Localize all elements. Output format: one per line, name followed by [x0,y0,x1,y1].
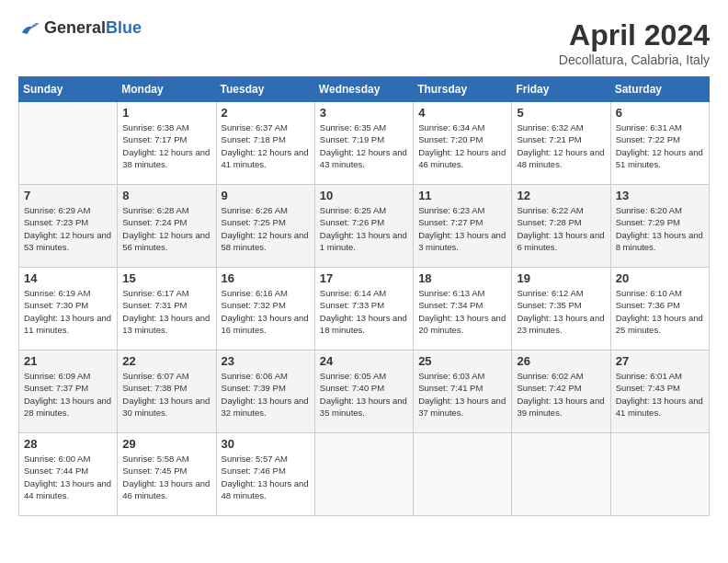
calendar-header-row: SundayMondayTuesdayWednesdayThursdayFrid… [19,77,710,102]
day-number: 2 [222,106,310,120]
calendar-cell [414,433,512,516]
day-info: Sunrise: 6:01 AMSunset: 7:43 PMDaylight:… [616,370,704,419]
calendar-cell: 1Sunrise: 6:38 AMSunset: 7:17 PMDaylight… [118,102,216,185]
calendar-cell [314,433,413,516]
day-number: 30 [222,437,310,451]
day-number: 23 [222,354,310,368]
day-info: Sunrise: 6:05 AMSunset: 7:40 PMDaylight:… [320,370,408,419]
location: Decollatura, Calabria, Italy [559,52,710,67]
day-number: 8 [122,189,210,202]
day-info: Sunrise: 6:13 AMSunset: 7:34 PMDaylight:… [418,287,506,336]
day-number: 10 [320,189,408,202]
day-info: Sunrise: 6:00 AMSunset: 7:44 PMDaylight:… [24,453,112,501]
weekday-header-tuesday: Tuesday [216,77,314,102]
day-number: 4 [418,106,506,120]
day-info: Sunrise: 6:34 AMSunset: 7:20 PMDaylight:… [418,121,506,170]
day-info: Sunrise: 6:02 AMSunset: 7:42 PMDaylight:… [517,370,605,419]
calendar-cell: 29Sunrise: 5:58 AMSunset: 7:45 PMDayligh… [118,433,216,516]
day-number: 20 [616,271,704,285]
day-number: 18 [418,271,506,285]
calendar-table: SundayMondayTuesdayWednesdayThursdayFrid… [18,76,710,516]
logo-blue: Blue [106,18,142,37]
calendar-cell: 27Sunrise: 6:01 AMSunset: 7:43 PMDayligh… [610,350,709,433]
day-number: 15 [122,271,210,285]
calendar-cell: 14Sunrise: 6:19 AMSunset: 7:30 PMDayligh… [19,268,118,350]
day-number: 6 [616,106,704,120]
calendar-cell [512,433,610,516]
day-number: 13 [616,189,704,202]
calendar-cell: 2Sunrise: 6:37 AMSunset: 7:18 PMDaylight… [216,102,314,185]
calendar-week-5: 28Sunrise: 6:00 AMSunset: 7:44 PMDayligh… [19,433,710,516]
day-info: Sunrise: 5:57 AMSunset: 7:46 PMDaylight:… [222,453,310,501]
calendar-week-3: 14Sunrise: 6:19 AMSunset: 7:30 PMDayligh… [19,268,710,350]
day-number: 14 [24,271,112,285]
month-title: April 2024 [559,18,710,52]
weekday-header-saturday: Saturday [610,77,709,102]
day-info: Sunrise: 6:28 AMSunset: 7:24 PMDaylight:… [122,204,210,253]
logo-text: GeneralBlue [44,18,142,38]
weekday-header-sunday: Sunday [19,77,118,102]
day-info: Sunrise: 6:16 AMSunset: 7:32 PMDaylight:… [222,287,310,336]
calendar-cell: 5Sunrise: 6:32 AMSunset: 7:21 PMDaylight… [512,102,610,185]
day-number: 19 [517,271,605,285]
weekday-header-friday: Friday [512,77,610,102]
day-info: Sunrise: 6:17 AMSunset: 7:31 PMDaylight:… [122,287,210,336]
day-info: Sunrise: 6:35 AMSunset: 7:19 PMDaylight:… [320,121,408,170]
day-number: 29 [122,437,210,451]
calendar-cell: 9Sunrise: 6:26 AMSunset: 7:25 PMDaylight… [216,185,314,268]
day-number: 28 [24,437,112,451]
day-number: 17 [320,271,408,285]
day-info: Sunrise: 6:25 AMSunset: 7:26 PMDaylight:… [320,204,408,253]
calendar-cell: 16Sunrise: 6:16 AMSunset: 7:32 PMDayligh… [216,268,314,350]
day-number: 1 [122,106,210,120]
day-info: Sunrise: 6:03 AMSunset: 7:41 PMDaylight:… [418,370,506,419]
calendar-body: 1Sunrise: 6:38 AMSunset: 7:17 PMDaylight… [19,102,710,516]
calendar-cell [610,433,709,516]
calendar-cell: 17Sunrise: 6:14 AMSunset: 7:33 PMDayligh… [314,268,413,350]
calendar-cell: 10Sunrise: 6:25 AMSunset: 7:26 PMDayligh… [314,185,413,268]
day-info: Sunrise: 6:22 AMSunset: 7:28 PMDaylight:… [517,204,605,253]
day-info: Sunrise: 6:07 AMSunset: 7:38 PMDaylight:… [122,370,210,419]
day-number: 9 [222,189,310,202]
day-number: 11 [418,189,506,202]
calendar-cell: 7Sunrise: 6:29 AMSunset: 7:23 PMDaylight… [19,185,118,268]
calendar-cell: 24Sunrise: 6:05 AMSunset: 7:40 PMDayligh… [314,350,413,433]
calendar-cell: 23Sunrise: 6:06 AMSunset: 7:39 PMDayligh… [216,350,314,433]
calendar-week-2: 7Sunrise: 6:29 AMSunset: 7:23 PMDaylight… [19,185,710,268]
calendar-cell: 19Sunrise: 6:12 AMSunset: 7:35 PMDayligh… [512,268,610,350]
calendar-cell: 6Sunrise: 6:31 AMSunset: 7:22 PMDaylight… [610,102,709,185]
day-number: 12 [517,189,605,202]
day-info: Sunrise: 6:31 AMSunset: 7:22 PMDaylight:… [616,121,704,170]
day-info: Sunrise: 6:29 AMSunset: 7:23 PMDaylight:… [24,204,112,253]
weekday-header-monday: Monday [118,77,216,102]
day-info: Sunrise: 6:20 AMSunset: 7:29 PMDaylight:… [616,204,704,253]
calendar-cell: 12Sunrise: 6:22 AMSunset: 7:28 PMDayligh… [512,185,610,268]
day-number: 24 [320,354,408,368]
day-number: 16 [222,271,310,285]
day-info: Sunrise: 6:32 AMSunset: 7:21 PMDaylight:… [517,121,605,170]
calendar-cell: 26Sunrise: 6:02 AMSunset: 7:42 PMDayligh… [512,350,610,433]
calendar-cell: 25Sunrise: 6:03 AMSunset: 7:41 PMDayligh… [414,350,512,433]
day-info: Sunrise: 6:38 AMSunset: 7:17 PMDaylight:… [122,121,210,170]
logo: GeneralBlue [18,18,142,38]
calendar-cell: 18Sunrise: 6:13 AMSunset: 7:34 PMDayligh… [414,268,512,350]
calendar-cell: 20Sunrise: 6:10 AMSunset: 7:36 PMDayligh… [610,268,709,350]
day-number: 22 [122,354,210,368]
day-number: 7 [24,189,112,202]
day-info: Sunrise: 5:58 AMSunset: 7:45 PMDaylight:… [122,453,210,501]
day-info: Sunrise: 6:10 AMSunset: 7:36 PMDaylight:… [616,287,704,336]
calendar-cell: 3Sunrise: 6:35 AMSunset: 7:19 PMDaylight… [314,102,413,185]
calendar-cell: 4Sunrise: 6:34 AMSunset: 7:20 PMDaylight… [414,102,512,185]
calendar-cell: 28Sunrise: 6:00 AMSunset: 7:44 PMDayligh… [19,433,118,516]
day-number: 3 [320,106,408,120]
calendar-cell: 15Sunrise: 6:17 AMSunset: 7:31 PMDayligh… [118,268,216,350]
calendar-cell [19,102,118,185]
day-info: Sunrise: 6:23 AMSunset: 7:27 PMDaylight:… [418,204,506,253]
day-info: Sunrise: 6:09 AMSunset: 7:37 PMDaylight:… [24,370,112,419]
day-info: Sunrise: 6:12 AMSunset: 7:35 PMDaylight:… [517,287,605,336]
page-header: GeneralBlue April 2024 Decollatura, Cala… [18,18,710,67]
calendar-cell: 11Sunrise: 6:23 AMSunset: 7:27 PMDayligh… [414,185,512,268]
logo-icon [18,19,40,38]
calendar-week-4: 21Sunrise: 6:09 AMSunset: 7:37 PMDayligh… [19,350,710,433]
day-number: 5 [517,106,605,120]
